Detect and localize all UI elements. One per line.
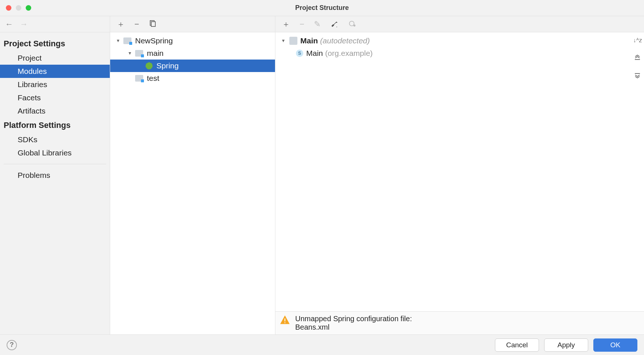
svg-rect-1 xyxy=(151,22,155,26)
svg-rect-7 xyxy=(285,319,285,322)
facet-panel: ＋ − ✎ ▸ Main (autodetected) S Main xyxy=(275,16,644,334)
titlebar: Project Structure xyxy=(0,0,644,16)
tree-label: main xyxy=(147,49,164,58)
warning-icon xyxy=(280,315,290,325)
help-icon[interactable]: ? xyxy=(7,340,17,350)
context-row[interactable]: ▸ Main (autodetected) xyxy=(275,35,631,47)
folder-icon xyxy=(123,37,131,44)
right-gutter: ↓ᴬᴢ xyxy=(631,32,644,311)
warning-bar: Unmapped Spring configuration file: Bean… xyxy=(275,311,644,334)
copy-module-icon[interactable] xyxy=(149,20,156,29)
tree-row-root[interactable]: ▸ NewSpring xyxy=(110,35,275,47)
warning-line1: Unmapped Spring configuration file: xyxy=(295,315,412,323)
bean-row[interactable]: S Main (org.example) xyxy=(275,47,631,60)
application-context-icon xyxy=(289,37,297,45)
tree-row-main[interactable]: ▸ main xyxy=(110,47,275,60)
svg-rect-8 xyxy=(285,322,285,323)
sort-icon[interactable]: ↓ᴬᴢ xyxy=(633,37,642,44)
footer: ? Cancel Apply OK xyxy=(0,334,644,355)
folder-icon xyxy=(135,75,143,82)
spring-icon xyxy=(145,62,153,69)
minimize-window-button[interactable] xyxy=(16,5,21,11)
tree-row-test[interactable]: ▸ test xyxy=(110,72,275,85)
sidebar-item-global-libraries[interactable]: Global Libraries xyxy=(0,146,110,159)
collapse-all-icon[interactable] xyxy=(634,72,641,80)
section-project-settings: Project Settings xyxy=(0,36,110,51)
sidebar-item-facets[interactable]: Facets xyxy=(0,91,110,104)
svg-point-4 xyxy=(353,24,355,26)
ok-button[interactable]: OK xyxy=(593,338,637,352)
bean-package: (org.example) xyxy=(325,49,373,58)
cancel-button[interactable]: Cancel xyxy=(495,338,539,352)
remove-context-icon[interactable]: − xyxy=(300,20,304,28)
close-window-button[interactable] xyxy=(6,5,11,11)
add-context-icon[interactable]: ＋ xyxy=(282,20,290,28)
maximize-window-button[interactable] xyxy=(26,5,31,11)
sidebar-item-project[interactable]: Project xyxy=(0,51,110,65)
modules-tree: ▸ NewSpring ▸ main ▸ Spring ▸ test xyxy=(110,32,275,334)
context-tree: ▸ Main (autodetected) S Main (org.exampl… xyxy=(275,32,631,311)
sidebar-item-problems[interactable]: Problems xyxy=(0,169,110,182)
sidebar-item-sdks[interactable]: SDKs xyxy=(0,133,110,146)
bean-name: Main xyxy=(306,49,323,58)
wrench-icon[interactable] xyxy=(330,20,338,28)
nav-back-icon[interactable]: ← xyxy=(5,19,13,29)
sidebar-item-modules[interactable]: Modules xyxy=(0,65,110,78)
apply-button[interactable]: Apply xyxy=(544,338,588,352)
svg-point-3 xyxy=(349,21,354,26)
window-title: Project Structure xyxy=(295,4,349,12)
modules-panel: ＋ − ▸ NewSpring ▸ main ▸ Spring xyxy=(110,16,275,334)
context-hint: (autodetected) xyxy=(320,36,370,45)
warning-line2: Beans.xml xyxy=(295,323,412,331)
add-module-icon[interactable]: ＋ xyxy=(117,20,125,28)
modules-toolbar: ＋ − xyxy=(110,16,275,32)
sidebar-divider xyxy=(4,164,106,164)
context-name: Main xyxy=(300,36,318,45)
expand-all-icon[interactable] xyxy=(634,54,641,62)
graph-icon[interactable] xyxy=(348,19,356,29)
spring-bean-icon: S xyxy=(296,50,303,57)
folder-icon xyxy=(135,50,143,57)
warning-text: Unmapped Spring configuration file: Bean… xyxy=(295,315,412,331)
svg-point-2 xyxy=(336,26,337,27)
tree-label: test xyxy=(147,74,159,83)
tree-label: Spring xyxy=(156,61,179,70)
tree-row-spring[interactable]: ▸ Spring xyxy=(110,60,275,72)
section-platform-settings: Platform Settings xyxy=(0,118,110,133)
sidebar-item-libraries[interactable]: Libraries xyxy=(0,78,110,91)
edit-context-icon[interactable]: ✎ xyxy=(314,20,321,28)
window-controls xyxy=(0,5,31,11)
nav-forward-icon[interactable]: → xyxy=(20,19,28,29)
sidebar: ← → Project Settings Project Modules Lib… xyxy=(0,16,110,334)
tree-label: NewSpring xyxy=(135,36,173,45)
remove-module-icon[interactable]: − xyxy=(134,20,139,28)
sidebar-item-artifacts[interactable]: Artifacts xyxy=(0,104,110,118)
sidebar-nav: ← → xyxy=(0,16,110,32)
facet-toolbar: ＋ − ✎ xyxy=(275,16,644,32)
